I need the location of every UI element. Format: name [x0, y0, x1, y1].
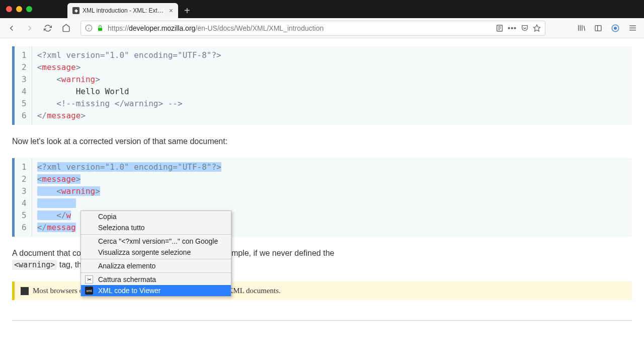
code-block-invalid: 1 2 3 4 5 6 <?xml version="1.0" encoding… — [12, 46, 632, 125]
back-button[interactable] — [4, 21, 19, 36]
context-menu-separator — [81, 272, 231, 273]
context-menu-inspect[interactable]: Analizza elemento — [81, 260, 231, 271]
svg-line-12 — [584, 26, 585, 31]
forward-button[interactable] — [22, 21, 37, 36]
browser-tab[interactable]: ◆ XML introduction - XML: Extens × — [67, 3, 178, 18]
site-info-icon[interactable] — [85, 24, 93, 32]
extension-icon[interactable] — [608, 21, 623, 36]
pocket-icon[interactable] — [521, 24, 529, 32]
maximize-window-button[interactable] — [26, 6, 32, 12]
toolbar-right — [574, 21, 640, 36]
window-titlebar: ◆ XML introduction - XML: Extens × + — [0, 0, 644, 18]
bookmark-star-icon[interactable] — [533, 24, 541, 32]
context-menu-search-google[interactable]: Cerca "<?xml version="..." con Google — [81, 236, 231, 247]
tab-favicon-icon: ◆ — [72, 7, 79, 14]
svg-point-16 — [614, 27, 617, 29]
svg-marker-8 — [533, 25, 540, 31]
inline-code-warning: <warning> — [12, 260, 57, 270]
reader-mode-icon[interactable] — [496, 24, 504, 32]
close-tab-icon[interactable]: × — [169, 7, 173, 15]
menu-icon[interactable] — [625, 21, 640, 36]
url-text: https://developer.mozilla.org/en-US/docs… — [108, 24, 492, 32]
context-menu: Copia Seleziona tutto Cerca "<?xml versi… — [80, 210, 231, 297]
note-icon — [21, 287, 29, 295]
new-tab-button[interactable]: + — [184, 3, 190, 18]
context-menu-view-source[interactable]: Visualizza sorgente selezione — [81, 247, 231, 258]
xml-icon: xml — [85, 287, 93, 295]
context-menu-select-all[interactable]: Seleziona tutto — [81, 222, 231, 233]
lock-icon[interactable] — [97, 25, 104, 32]
svg-rect-13 — [595, 25, 601, 31]
screenshot-icon: ✂ — [85, 275, 93, 284]
close-window-button[interactable] — [6, 6, 12, 12]
context-menu-separator — [81, 259, 231, 259]
tab-title: XML introduction - XML: Extens — [83, 7, 166, 14]
browser-toolbar: https://developer.mozilla.org/en-US/docs… — [0, 18, 644, 38]
address-bar[interactable]: https://developer.mozilla.org/en-US/docs… — [80, 21, 545, 36]
home-button[interactable] — [58, 21, 73, 36]
section-divider — [12, 320, 632, 321]
prose-correction-intro: Now let's look at a corrected version of… — [12, 136, 632, 147]
svg-rect-3 — [98, 28, 102, 31]
context-menu-copy[interactable]: Copia — [81, 211, 231, 222]
reload-button[interactable] — [40, 21, 55, 36]
context-menu-separator — [81, 234, 231, 235]
tab-strip: ◆ XML introduction - XML: Extens × + — [67, 0, 190, 18]
sidebar-icon[interactable] — [591, 21, 606, 36]
page-content: 1 2 3 4 5 6 <?xml version="1.0" encoding… — [0, 38, 644, 353]
library-icon[interactable] — [574, 21, 589, 36]
minimize-window-button[interactable] — [16, 6, 22, 12]
window-controls — [6, 6, 32, 12]
line-gutter: 1 2 3 4 5 6 — [15, 46, 32, 125]
line-gutter: 1 2 3 4 5 6 — [15, 158, 32, 237]
code-content[interactable]: <?xml version="1.0" encoding="UTF-8"?> <… — [32, 46, 226, 125]
page-actions-icon[interactable]: ••• — [508, 24, 517, 32]
context-menu-screenshot[interactable]: ✂ Cattura schermata — [81, 274, 231, 285]
context-menu-xml-viewer[interactable]: xml XML code to Viewer — [81, 285, 231, 296]
